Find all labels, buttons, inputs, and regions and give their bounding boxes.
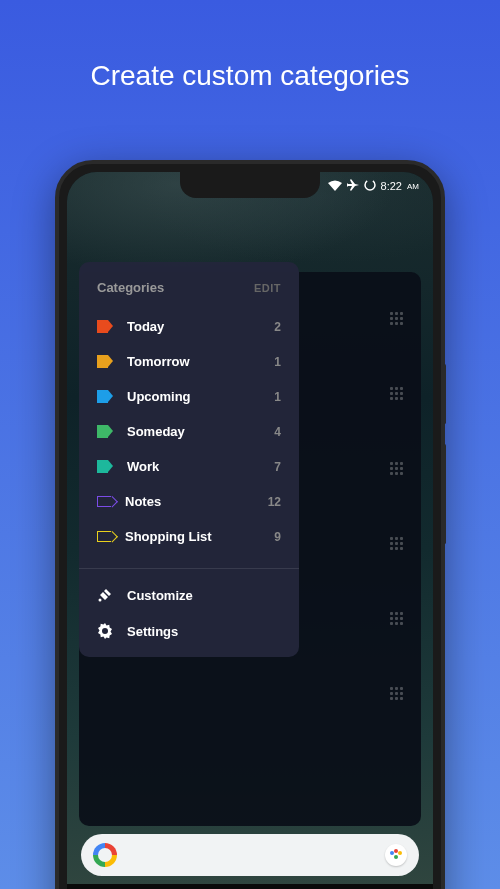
svg-point-1	[99, 599, 102, 602]
google-icon	[93, 843, 117, 867]
assistant-icon[interactable]	[385, 844, 407, 866]
customize-button[interactable]: Customize	[79, 577, 299, 613]
settings-label: Settings	[127, 624, 178, 639]
gear-icon	[97, 623, 113, 639]
tag-icon	[97, 355, 113, 368]
sidebar-title: Categories	[97, 280, 164, 295]
drag-handle-icon[interactable]	[390, 462, 403, 475]
settings-button[interactable]: Settings	[79, 613, 299, 649]
power-button	[443, 364, 446, 424]
phone-frame: 8:22 AM Categories EDIT Today2Tomorrow1U…	[55, 160, 445, 889]
tag-icon	[97, 496, 111, 507]
category-label: Someday	[127, 424, 260, 439]
search-bar[interactable]	[81, 834, 419, 876]
customize-icon	[97, 587, 113, 603]
drag-handle-icon[interactable]	[390, 687, 403, 700]
airplane-icon	[347, 179, 359, 193]
drag-handle-icon[interactable]	[390, 537, 403, 550]
svg-point-0	[365, 180, 375, 190]
sidebar: Categories EDIT Today2Tomorrow1Upcoming1…	[79, 262, 299, 657]
category-item[interactable]: Tomorrow1	[79, 344, 299, 379]
category-item[interactable]: Shopping List9	[79, 519, 299, 554]
category-count: 4	[274, 425, 281, 439]
category-count: 1	[274, 390, 281, 404]
drag-handle-icon[interactable]	[390, 312, 403, 325]
category-count: 2	[274, 320, 281, 334]
category-item[interactable]: Notes12	[79, 484, 299, 519]
customize-label: Customize	[127, 588, 193, 603]
category-count: 7	[274, 460, 281, 474]
category-label: Notes	[125, 494, 254, 509]
loading-icon	[364, 179, 376, 193]
volume-button	[443, 444, 446, 544]
clock-time: 8:22	[381, 180, 402, 192]
category-label: Shopping List	[125, 529, 260, 544]
category-label: Today	[127, 319, 260, 334]
drag-handle-icon[interactable]	[390, 612, 403, 625]
notch	[180, 172, 320, 198]
svg-point-2	[103, 629, 107, 633]
divider	[79, 568, 299, 569]
category-count: 12	[268, 495, 281, 509]
category-list: Today2Tomorrow1Upcoming1Someday4Work7Not…	[79, 309, 299, 560]
wifi-icon	[328, 180, 342, 193]
category-label: Upcoming	[127, 389, 260, 404]
tag-icon	[97, 320, 113, 333]
category-label: Tomorrow	[127, 354, 260, 369]
tag-icon	[97, 460, 113, 473]
category-item[interactable]: Work7	[79, 449, 299, 484]
category-item[interactable]: Today2	[79, 309, 299, 344]
drag-handle-icon[interactable]	[390, 387, 403, 400]
edit-button[interactable]: EDIT	[254, 282, 281, 294]
tag-icon	[97, 531, 111, 542]
clock-ampm: AM	[407, 182, 419, 191]
nav-bar	[67, 884, 433, 889]
page-title: Create custom categories	[0, 0, 500, 92]
phone-screen: 8:22 AM Categories EDIT Today2Tomorrow1U…	[67, 172, 433, 889]
category-item[interactable]: Someday4	[79, 414, 299, 449]
category-count: 1	[274, 355, 281, 369]
tag-icon	[97, 390, 113, 403]
category-item[interactable]: Upcoming1	[79, 379, 299, 414]
category-label: Work	[127, 459, 260, 474]
category-count: 9	[274, 530, 281, 544]
tag-icon	[97, 425, 113, 438]
